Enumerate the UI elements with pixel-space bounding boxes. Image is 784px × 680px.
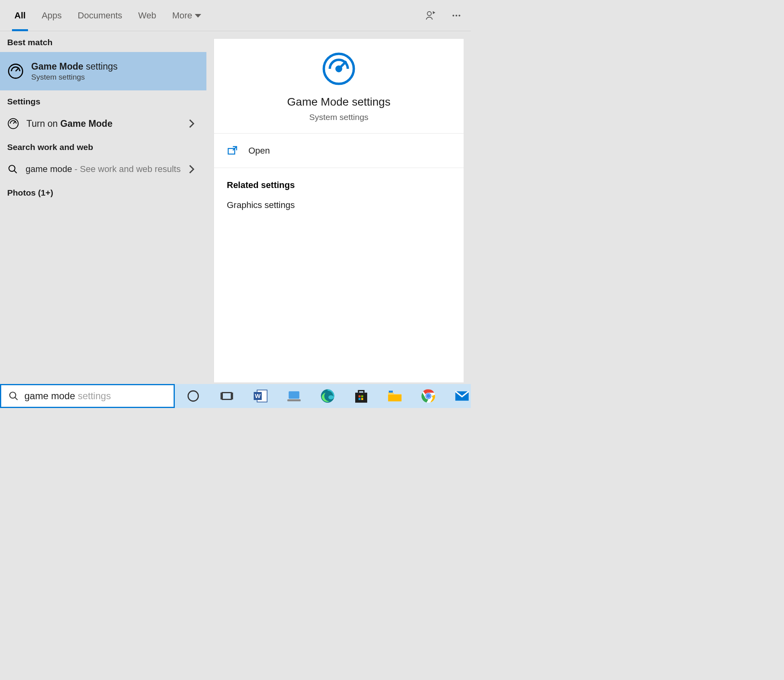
tab-apps[interactable]: Apps	[34, 0, 70, 31]
svg-point-2	[456, 15, 457, 16]
section-settings: Settings	[0, 90, 206, 111]
section-best-match: Best match	[0, 31, 206, 52]
tab-documents[interactable]: Documents	[70, 0, 130, 31]
chevron-right-icon	[189, 119, 194, 128]
svg-point-1	[452, 15, 454, 16]
search-text: game mode settings	[24, 390, 111, 402]
taskbar-icons: W	[175, 387, 471, 405]
svg-rect-23	[361, 398, 363, 400]
svg-point-11	[188, 391, 198, 401]
results-list: Best match Game Mode settings System set…	[0, 31, 206, 384]
svg-point-3	[458, 15, 460, 16]
gauge-icon	[7, 118, 19, 130]
edge-icon[interactable]	[319, 387, 336, 405]
search-icon	[8, 391, 19, 401]
result-turn-on-game-mode[interactable]: Turn on Game Mode	[0, 111, 206, 136]
cortana-icon[interactable]	[184, 387, 202, 405]
tab-more[interactable]: More	[164, 0, 209, 31]
svg-rect-16	[289, 391, 300, 398]
search-icon	[7, 164, 18, 175]
result-best-match[interactable]: Game Mode settings System settings	[0, 52, 206, 90]
open-label: Open	[248, 146, 270, 156]
feedback-icon[interactable]	[424, 8, 438, 23]
svg-point-6	[9, 165, 15, 171]
svg-point-29	[426, 394, 430, 398]
more-options-icon[interactable]	[449, 8, 464, 23]
related-graphics-settings[interactable]: Graphics settings	[227, 200, 451, 210]
tab-web[interactable]: Web	[130, 0, 164, 31]
chevron-right-icon	[189, 165, 194, 174]
svg-text:W: W	[255, 392, 261, 399]
open-action[interactable]: Open	[214, 134, 464, 168]
search-input[interactable]: game mode settings	[0, 384, 175, 408]
svg-rect-21	[361, 395, 363, 397]
svg-rect-19	[355, 393, 367, 403]
preview-subtitle: System settings	[214, 112, 464, 122]
gauge-icon	[7, 63, 24, 80]
preview-hero: Game Mode settings System settings	[214, 39, 464, 134]
svg-point-8	[336, 66, 341, 71]
mail-icon[interactable]	[453, 387, 471, 405]
result-title: Turn on Game Mode	[26, 118, 112, 129]
file-explorer-icon[interactable]	[386, 387, 404, 405]
result-subtitle: System settings	[31, 73, 199, 82]
result-web-search[interactable]: game mode - See work and web results	[0, 157, 206, 182]
taskbar: game mode settings W	[0, 384, 471, 408]
svg-point-0	[427, 12, 431, 16]
search-panel: All Apps Documents Web More Best match G…	[0, 0, 471, 384]
chevron-down-icon	[195, 14, 201, 18]
word-icon[interactable]: W	[252, 387, 269, 405]
gauge-icon	[214, 51, 464, 87]
svg-rect-25	[389, 391, 393, 393]
svg-point-10	[10, 392, 16, 398]
svg-rect-22	[358, 398, 360, 400]
filter-tabs: All Apps Documents Web More	[0, 0, 471, 31]
section-photos[interactable]: Photos (1+)	[0, 182, 206, 202]
svg-rect-12	[222, 393, 232, 400]
result-title: Game Mode settings	[31, 61, 199, 72]
store-icon[interactable]	[352, 387, 370, 405]
open-icon	[227, 145, 238, 156]
preview-title: Game Mode settings	[214, 96, 464, 108]
related-settings-header: Related settings	[227, 180, 451, 190]
task-view-icon[interactable]	[218, 387, 236, 405]
result-title: game mode - See work and web results	[26, 164, 181, 174]
svg-rect-20	[358, 395, 360, 397]
svg-rect-24	[388, 395, 401, 402]
svg-rect-17	[287, 399, 300, 401]
section-search-work-web: Search work and web	[0, 136, 206, 157]
tab-more-label: More	[172, 10, 192, 20]
laptop-icon[interactable]	[285, 387, 303, 405]
preview-pane: Game Mode settings System settings Open …	[214, 38, 464, 382]
chrome-icon[interactable]	[420, 387, 437, 405]
tab-all[interactable]: All	[6, 0, 34, 31]
